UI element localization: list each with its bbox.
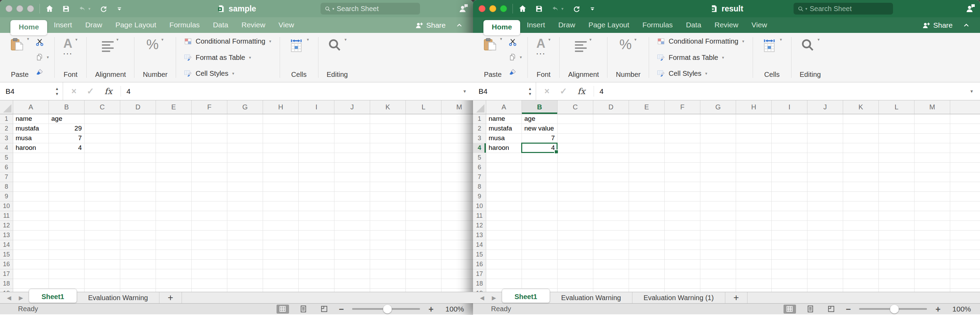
cell-L4[interactable]	[879, 143, 915, 153]
row-header-11[interactable]: 11	[473, 211, 486, 221]
cell-I17[interactable]	[772, 269, 807, 279]
cell-I18[interactable]	[772, 279, 807, 289]
row-header-1[interactable]: 1	[0, 114, 13, 124]
cell-L7[interactable]	[406, 173, 441, 182]
cell-B16[interactable]	[522, 260, 558, 269]
row-header-5[interactable]: 5	[473, 153, 486, 163]
cell-H10[interactable]	[263, 201, 299, 211]
collapse-ribbon-icon[interactable]	[456, 22, 463, 28]
cell-L19[interactable]	[406, 289, 441, 292]
cell-E18[interactable]	[156, 279, 192, 289]
cell[interactable]	[950, 143, 980, 153]
format-as-table-button[interactable]: Format as Table▼	[657, 53, 745, 62]
cell-K15[interactable]	[370, 250, 406, 260]
cell-M5[interactable]	[441, 153, 473, 163]
cell-G11[interactable]	[700, 211, 736, 221]
cell-I7[interactable]	[299, 173, 334, 182]
cell-D4[interactable]	[120, 143, 156, 153]
cell-E3[interactable]	[156, 134, 192, 143]
cell[interactable]	[950, 240, 980, 250]
save-icon[interactable]	[62, 5, 70, 13]
cell-B9[interactable]	[49, 192, 84, 201]
cell[interactable]	[950, 163, 980, 173]
cell-I10[interactable]	[772, 201, 807, 211]
cell-I4[interactable]	[299, 143, 334, 153]
cell-G13[interactable]	[700, 231, 736, 240]
cell-H13[interactable]	[736, 231, 772, 240]
cell-L18[interactable]	[879, 279, 915, 289]
cell-K13[interactable]	[843, 231, 879, 240]
cell-G15[interactable]	[700, 250, 736, 260]
cell-H9[interactable]	[263, 192, 299, 201]
sheet-tab-sheet1[interactable]: Sheet1	[29, 289, 77, 303]
cell-M3[interactable]	[915, 134, 950, 143]
cell-F6[interactable]	[665, 163, 700, 173]
cell-K13[interactable]	[370, 231, 406, 240]
row-header-8[interactable]: 8	[0, 182, 13, 192]
cell-F8[interactable]	[192, 182, 228, 192]
cell-B16[interactable]	[49, 260, 84, 269]
cell-A13[interactable]	[13, 231, 49, 240]
cell-L13[interactable]	[406, 231, 441, 240]
cell-D5[interactable]	[593, 153, 629, 163]
cell-E9[interactable]	[156, 192, 192, 201]
cell-B14[interactable]	[49, 240, 84, 250]
cell-J6[interactable]	[334, 163, 370, 173]
cell-L17[interactable]	[879, 269, 915, 279]
cell-E17[interactable]	[156, 269, 192, 279]
cell-F9[interactable]	[665, 192, 700, 201]
cell-L12[interactable]	[879, 221, 915, 231]
cell-H3[interactable]	[263, 134, 299, 143]
cell-F7[interactable]	[665, 173, 700, 182]
zoom-level-label[interactable]: 100%	[442, 305, 464, 313]
cell-A12[interactable]	[13, 221, 49, 231]
cell-M13[interactable]	[441, 231, 473, 240]
ribbon-tab-formulas[interactable]: Formulas	[163, 17, 207, 33]
cell-H11[interactable]	[263, 211, 299, 221]
row-header-6[interactable]: 6	[0, 163, 13, 173]
cell-C19[interactable]	[84, 289, 120, 292]
number-group-button[interactable]: %▼ Number	[610, 33, 646, 82]
cell-F4[interactable]	[192, 143, 228, 153]
zoom-level-label[interactable]: 100%	[949, 305, 971, 313]
cell-D9[interactable]	[593, 192, 629, 201]
cell-H2[interactable]	[736, 124, 772, 134]
cell-G5[interactable]	[228, 153, 263, 163]
cell-F17[interactable]	[665, 269, 700, 279]
cell-M11[interactable]	[441, 211, 473, 221]
cell-M6[interactable]	[441, 163, 473, 173]
ribbon-tab-review[interactable]: Review	[708, 17, 745, 33]
cell-M13[interactable]	[915, 231, 950, 240]
cell-J12[interactable]	[807, 221, 843, 231]
ribbon-tab-draw[interactable]: Draw	[79, 17, 109, 33]
cell-D17[interactable]	[120, 269, 156, 279]
cell-J1[interactable]	[334, 114, 370, 124]
row-header-10[interactable]: 10	[0, 201, 13, 211]
row-header-18[interactable]: 18	[0, 279, 13, 289]
cell-L5[interactable]	[406, 153, 441, 163]
cell-M9[interactable]	[915, 192, 950, 201]
cell-G18[interactable]	[700, 279, 736, 289]
cell-E16[interactable]	[156, 260, 192, 269]
font-group-button[interactable]: A...▼ Font	[531, 33, 557, 82]
row-header-3[interactable]: 3	[473, 134, 486, 143]
cell-K17[interactable]	[843, 269, 879, 279]
toolbar-options-icon[interactable]	[589, 5, 596, 13]
row-header-5[interactable]: 5	[0, 153, 13, 163]
cell-K18[interactable]	[843, 279, 879, 289]
column-header-k[interactable]: K	[843, 100, 879, 114]
cell-C16[interactable]	[558, 260, 593, 269]
column-header[interactable]	[950, 100, 980, 114]
cell-C9[interactable]	[84, 192, 120, 201]
cell-M7[interactable]	[441, 173, 473, 182]
cell-D10[interactable]	[593, 201, 629, 211]
column-header-i[interactable]: I	[772, 100, 807, 114]
cell-C12[interactable]	[84, 221, 120, 231]
cell-A7[interactable]	[13, 173, 49, 182]
home-icon[interactable]	[45, 5, 54, 13]
cell-G15[interactable]	[228, 250, 263, 260]
cell-C10[interactable]	[84, 201, 120, 211]
cell-K11[interactable]	[843, 211, 879, 221]
cell-H7[interactable]	[263, 173, 299, 182]
cell-K10[interactable]	[843, 201, 879, 211]
